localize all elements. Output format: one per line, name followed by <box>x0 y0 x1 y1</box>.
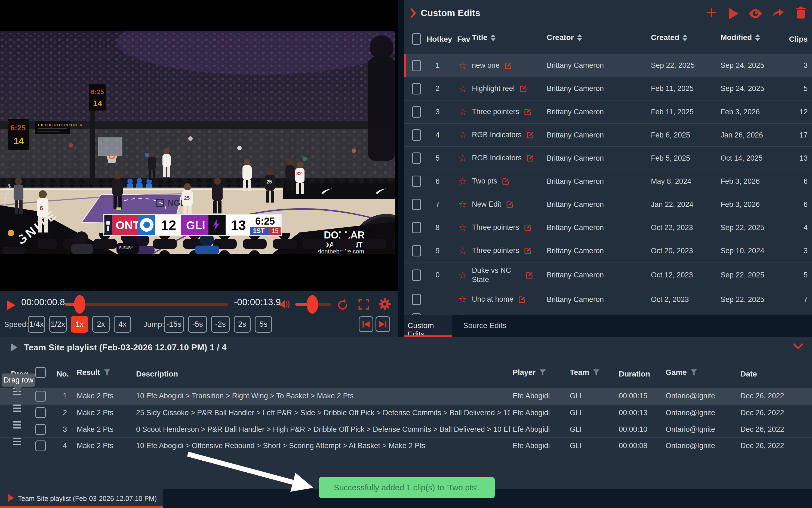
filter-funnel-icon[interactable] <box>691 370 697 376</box>
favorite-star-icon[interactable]: ☆ <box>458 170 467 193</box>
jump-fwd-5-button[interactable]: 5s <box>255 316 272 333</box>
edit-icon[interactable] <box>526 154 534 162</box>
favorite-star-icon[interactable]: ☆ <box>458 77 467 100</box>
edit-icon[interactable] <box>524 223 532 232</box>
col-title[interactable]: Title <box>472 33 496 42</box>
sort-icon[interactable] <box>682 34 687 41</box>
col-player[interactable]: Player <box>513 368 546 377</box>
row-checkbox[interactable] <box>412 269 421 281</box>
drag-handle[interactable] <box>13 421 21 437</box>
edit-icon[interactable] <box>518 295 526 303</box>
table-row[interactable]: 0 ☆ Duke vs NC State Brittany Cameron Oc… <box>404 262 812 288</box>
volume-icon[interactable] <box>279 299 291 310</box>
tab-team-site-playlist[interactable]: Team Site playlist (Feb-03-2026 12.07.10… <box>0 489 163 508</box>
fullscreen-icon[interactable] <box>358 299 369 310</box>
row-checkbox[interactable] <box>412 222 421 233</box>
next-clip-button[interactable] <box>375 316 390 332</box>
video-viewport[interactable]: NGB IGNITE coinbase DOLLAR LOAN CENTER d… <box>0 31 395 254</box>
prev-clip-button[interactable] <box>359 316 373 332</box>
row-checkbox[interactable] <box>412 153 421 164</box>
filter-funnel-icon[interactable] <box>104 370 110 376</box>
filter-funnel-icon[interactable] <box>539 370 546 376</box>
favorite-star-icon[interactable]: ☆ <box>458 124 467 146</box>
playlist-row[interactable]: 1 Make 2 Pts 10 Efe Abogidi > Transition… <box>0 388 812 404</box>
seek-bar[interactable] <box>65 303 228 306</box>
edit-icon[interactable] <box>524 108 532 116</box>
edit-icon[interactable] <box>506 200 514 209</box>
share-icon[interactable] <box>772 7 785 18</box>
select-all-checkbox[interactable] <box>412 33 421 45</box>
collapse-chevron-down-icon[interactable] <box>794 343 803 350</box>
speed-quarter-button[interactable]: 1/4x <box>28 316 45 333</box>
jump-back-15-button[interactable]: -15s <box>164 316 184 333</box>
row-checkbox[interactable] <box>412 83 421 94</box>
favorite-star-icon[interactable]: ☆ <box>458 262 467 288</box>
play-button[interactable] <box>7 301 15 310</box>
edit-icon[interactable] <box>524 247 532 255</box>
speed-2x-button[interactable]: 2x <box>92 316 110 333</box>
edit-icon[interactable] <box>519 85 527 93</box>
select-all-checkbox[interactable] <box>35 367 46 378</box>
favorite-star-icon[interactable]: ☆ <box>458 147 467 170</box>
row-checkbox[interactable] <box>412 294 421 305</box>
tab-source-edits[interactable]: Source Edits <box>463 321 506 330</box>
playlist-row[interactable]: 3 Make 2 Pts 0 Scoot Henderson > P&R Bal… <box>0 421 812 437</box>
tab-custom-edits[interactable]: Custom Edits <box>404 315 452 337</box>
sort-icon[interactable] <box>491 34 496 41</box>
row-checkbox[interactable] <box>412 199 421 210</box>
row-checkbox[interactable] <box>35 407 46 418</box>
edit-icon[interactable] <box>504 61 512 70</box>
row-checkbox[interactable] <box>35 440 46 451</box>
sort-icon[interactable] <box>755 34 760 41</box>
table-row[interactable]: ☆ Unc at home Brittany Cameron Oct 2, 20… <box>404 288 812 311</box>
edit-icon[interactable] <box>525 271 533 279</box>
col-creator[interactable]: Creator <box>547 33 582 42</box>
favorite-star-icon[interactable]: ☆ <box>458 100 467 123</box>
favorite-star-icon[interactable]: ☆ <box>458 239 467 262</box>
row-checkbox[interactable] <box>35 391 46 401</box>
favorite-star-icon[interactable]: ☆ <box>458 216 467 239</box>
filter-funnel-icon[interactable] <box>593 370 599 376</box>
preview-eye-icon[interactable] <box>748 9 763 18</box>
table-row[interactable]: 7 ☆ New Edit Brittany Cameron Jan 22, 20… <box>404 193 812 216</box>
table-row[interactable]: 8 ☆ Three pointers Brittany Cameron Oct … <box>404 216 812 239</box>
row-checkbox[interactable] <box>412 106 421 118</box>
table-row[interactable]: 5 ☆ RGB Indicators Brittany Cameron Feb … <box>404 146 812 170</box>
add-edit-icon[interactable]: + <box>707 4 717 21</box>
col-created[interactable]: Created <box>651 33 687 42</box>
loop-icon[interactable] <box>336 298 349 310</box>
speed-half-button[interactable]: 1/2x <box>49 316 67 333</box>
table-row[interactable]: 4 ☆ RGB Indicators Brittany Cameron Feb … <box>404 123 812 146</box>
playlist-row[interactable]: 4 Make 2 Pts 10 Efe Abogidi > Offensive … <box>0 437 812 454</box>
col-team[interactable]: Team <box>570 368 599 377</box>
col-game[interactable]: Game <box>666 368 697 377</box>
seek-handle[interactable] <box>74 295 85 313</box>
drag-handle[interactable] <box>13 438 21 454</box>
playlist-expand-icon[interactable] <box>11 343 17 351</box>
edit-icon[interactable] <box>526 131 534 139</box>
favorite-star-icon[interactable]: ☆ <box>458 54 467 77</box>
play-edit-icon[interactable] <box>729 8 738 19</box>
edit-icon[interactable] <box>501 177 510 185</box>
table-row[interactable]: 9 ☆ Three pointers Brittany Cameron Oct … <box>404 239 812 262</box>
drag-handle[interactable] <box>13 405 21 421</box>
row-checkbox[interactable] <box>35 424 46 435</box>
col-result[interactable]: Result <box>77 368 110 377</box>
jump-back-2-button[interactable]: -2s <box>211 316 230 333</box>
collapse-chevron-icon[interactable] <box>410 8 416 19</box>
speed-1x-button[interactable]: 1x <box>71 316 88 333</box>
row-checkbox[interactable] <box>412 60 421 71</box>
col-modified[interactable]: Modified <box>721 33 760 42</box>
favorite-star-icon[interactable]: ☆ <box>458 288 467 311</box>
table-row[interactable]: 6 ☆ Two pts Brittany Cameron May 8, 2024… <box>404 170 812 193</box>
row-checkbox[interactable] <box>412 176 421 187</box>
sort-icon[interactable] <box>577 34 582 41</box>
row-checkbox[interactable] <box>412 129 421 141</box>
table-row[interactable]: 1 ☆ new one Brittany Cameron Sep 22, 202… <box>404 54 812 77</box>
table-row[interactable]: 2 ☆ Highlight reel Brittany Cameron Feb … <box>404 77 812 100</box>
delete-trash-icon[interactable] <box>796 6 806 19</box>
playlist-row[interactable]: 2 Make 2 Pts 25 Sidy Cissoko > P&R Ball … <box>0 404 812 421</box>
table-row[interactable]: 3 ☆ Three pointers Brittany Cameron Feb … <box>404 100 812 123</box>
settings-gear-icon[interactable] <box>378 298 391 310</box>
jump-fwd-2-button[interactable]: 2s <box>234 316 251 333</box>
